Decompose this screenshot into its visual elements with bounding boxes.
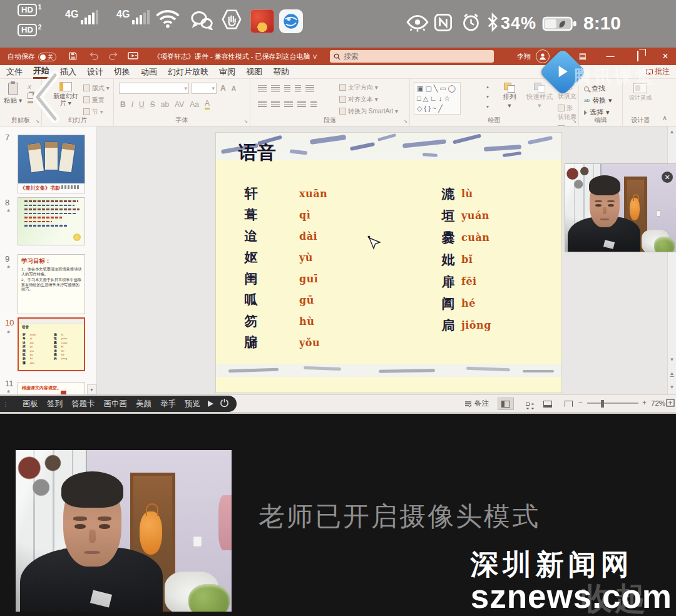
teacher-video-large[interactable] (16, 450, 232, 612)
paragraph-group: 文字方向 ▾ 对齐文本 ▾ 转换为 SmartArt ▾ 段落 ↘ (250, 79, 410, 126)
close-button[interactable]: × (656, 48, 675, 65)
toolbar-item[interactable]: 答题卡 (71, 399, 95, 409)
fit-to-window-icon[interactable] (666, 399, 675, 408)
thumbnail-slide-7[interactable]: 《震川文集》书影 (18, 135, 85, 193)
thumb-scroll-down-icon[interactable]: ▼ (87, 384, 96, 394)
list-indent-icons[interactable] (258, 85, 314, 92)
autosave-toggle[interactable]: 自动保存关 (8, 52, 56, 61)
slideshow-view-button[interactable] (560, 398, 576, 410)
previous-slide-icon: ▲▔ (668, 371, 676, 382)
menu-tab[interactable]: 切换 (114, 66, 130, 78)
notes-button[interactable]: 备注 (464, 399, 489, 408)
browser-app-icon (279, 9, 303, 33)
font-group: ▾ ▾ AA B I U S ab AV Aa A 字体 ↘ (114, 79, 250, 126)
signal-2-icon: 4G (116, 10, 151, 24)
play-icon[interactable] (208, 401, 213, 407)
toolbar-item[interactable]: 举手 (160, 399, 176, 409)
search-icon (334, 53, 341, 60)
thumb-number: 9 (5, 254, 9, 264)
animation-star-icon: ★ (6, 389, 11, 394)
power-icon[interactable] (220, 398, 229, 409)
slide-sorter-view-button[interactable] (520, 398, 536, 410)
section-button[interactable]: 节 ▾ (83, 108, 110, 116)
flower-decoration (73, 234, 81, 241)
undo-icon[interactable] (89, 52, 98, 61)
slide-thumbnail-panel: 7 《震川文集》书影 8 ★ 9 ★ 学习目标： 1、体会本文笔墨清淡而情意缠绵… (0, 126, 97, 396)
start-presentation-icon[interactable] (128, 52, 140, 62)
paste-button[interactable]: 粘贴 ▾ (4, 83, 22, 105)
thumbnail-slide-8[interactable] (18, 197, 85, 245)
normal-view-button[interactable] (498, 398, 514, 410)
menu-tab[interactable]: 审阅 (219, 66, 235, 78)
replace-button[interactable]: ab替换 ▾ (584, 96, 612, 105)
toolbar-item[interactable]: 预览 (185, 399, 200, 409)
font-name-combo[interactable]: ▾ (119, 83, 189, 94)
reading-view-button[interactable] (540, 398, 556, 410)
thumbnail-slide-10-selected[interactable]: 语音 轩xuān葺qì迨dài妪yù闺guī呱gū笏hù牖yǒu 漉lù垣yuá… (18, 317, 85, 371)
italic-icon[interactable]: I (131, 100, 133, 109)
zoom-percent[interactable]: 72% (651, 399, 665, 407)
toolbar-item[interactable]: 签到 (47, 399, 63, 409)
zoom-slider-thumb[interactable] (601, 400, 604, 408)
font-color-icon[interactable]: A (205, 99, 210, 110)
strikethrough-icon[interactable]: S (150, 100, 155, 109)
quick-styles-button[interactable]: 快速样式▾ (524, 83, 555, 109)
change-case-icon[interactable]: Aa (190, 100, 199, 109)
zoom-out-icon[interactable]: − (578, 399, 583, 406)
teacher-video-small[interactable]: ✕ (565, 164, 676, 252)
arrange-icon (504, 83, 515, 91)
reset-button[interactable]: 重置 (83, 96, 110, 105)
underline-icon[interactable]: U (139, 100, 145, 109)
toolbar-item[interactable]: 美颜 (136, 399, 151, 409)
dialog-launcher-icon[interactable]: ↘ (572, 118, 576, 124)
layout-button[interactable]: 版式 ▾ (83, 84, 110, 93)
smartart-button[interactable]: 转换为 SmartArt ▾ (339, 107, 398, 116)
menu-tab[interactable]: 插入 (60, 66, 76, 78)
quick-styles-icon (534, 83, 545, 91)
bold-icon[interactable]: B (120, 100, 126, 109)
spacing-icon[interactable]: AV (175, 100, 184, 109)
user-name[interactable]: 李翔 (517, 52, 531, 61)
menu-tab[interactable]: 帮助 (273, 66, 289, 78)
red-app-icon (250, 9, 274, 33)
save-icon[interactable] (69, 52, 77, 61)
restore-button[interactable] (628, 48, 647, 65)
text-direction-button[interactable]: 文字方向 ▾ (339, 83, 398, 92)
dialog-launcher-icon[interactable]: ↘ (403, 118, 407, 124)
thumbnail-slide-11[interactable]: 根据课文内容填空。 (18, 382, 85, 396)
menu-tab[interactable]: 视图 (246, 66, 262, 78)
toolbar-handle-icon[interactable]: ⋮ (3, 401, 9, 408)
avatar[interactable] (536, 49, 550, 63)
thumbnail-slide-9[interactable]: 学习目标： 1、体会本文笔墨清淡而情意缠绵动人的写作特色。 2、学习本文善于从日… (18, 254, 85, 314)
redo-icon[interactable] (109, 52, 118, 61)
search-input[interactable] (344, 52, 481, 61)
slide-editing-area[interactable]: 语音 轩xuān葺qì迨dài妪yù闺guī呱gū笏hù牖yǒu 漉lù垣yuá… (216, 133, 561, 393)
shapes-scroll[interactable]: ▴▾▾ (486, 84, 489, 110)
document-title[interactable]: 《项脊轩志》课件 - 兼容性模式 - 已保存到这台电脑 ∨ (153, 52, 330, 61)
arrange-button[interactable]: 排列▾ (494, 83, 525, 109)
eye-comfort-icon (406, 14, 429, 35)
menu-tab[interactable]: 动画 (141, 66, 157, 78)
next-slide-icon: ▼ (668, 384, 676, 390)
minimize-button[interactable]: — (601, 48, 620, 65)
zoom-slider[interactable] (587, 403, 638, 404)
font-size-combo[interactable]: ▾ (192, 83, 217, 94)
align-text-button[interactable]: 对齐文本 ▾ (339, 95, 398, 104)
close-video-icon[interactable]: ✕ (662, 172, 673, 183)
paste-icon (8, 83, 18, 95)
shadow-icon[interactable]: ab (161, 100, 169, 109)
back-chevron-overlay[interactable] (29, 71, 61, 125)
menu-tab[interactable]: 设计 (87, 66, 103, 78)
toolbar-item[interactable]: 画板 (23, 399, 38, 409)
menu-tab[interactable]: 文件 (6, 66, 23, 78)
pinyin-column-left: 轩xuān葺qì迨dài妪yù闺guī呱gū笏hù牖yǒu (243, 183, 327, 353)
new-slide-icon (59, 82, 72, 91)
align-icons[interactable] (258, 101, 317, 108)
toolbar-item[interactable]: 画中画 (104, 399, 128, 409)
shapes-gallery[interactable]: ▣▢╲▭◯□△∟↓☆◇{}~╱ (414, 82, 461, 115)
collapse-ribbon-icon[interactable]: ∧ (662, 114, 667, 122)
dialog-launcher-icon[interactable]: ↘ (243, 118, 248, 124)
search-box[interactable] (330, 50, 494, 63)
menu-tab[interactable]: 幻灯片放映 (168, 66, 208, 78)
zoom-in-icon[interactable]: + (642, 399, 647, 406)
